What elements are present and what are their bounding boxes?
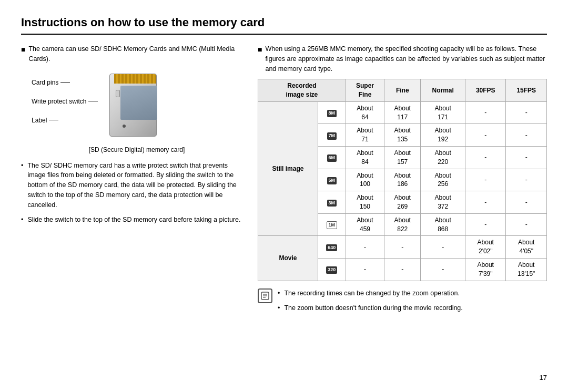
icon-8m: 8M [318, 101, 346, 124]
label-label: Label [32, 117, 99, 124]
cell-8m-n: About171 [421, 101, 465, 124]
cell-3m-f: About269 [384, 191, 421, 214]
icon-5m: 5M [318, 169, 346, 191]
note-icon [258, 288, 272, 303]
cell-8m-30: - [465, 101, 506, 124]
bullet-symbol-1: ■ [21, 44, 25, 64]
note-dot-1: • [278, 288, 280, 298]
page-title: Instructions on how to use the memory ca… [21, 16, 547, 35]
capacity-table: Recordedimage size SuperFine Fine Normal… [258, 79, 547, 281]
connector-line-3 [49, 120, 58, 120]
dot-bullet-list: • The SD/ SDHC memory card has a write p… [21, 161, 242, 225]
capacity-table-wrapper: Recordedimage size SuperFine Fine Normal… [258, 79, 547, 281]
note-box: • The recording times can be changed by … [258, 288, 547, 319]
cell-1m-n: About868 [421, 213, 465, 236]
icon-3m: 3M [318, 191, 346, 214]
cell-8m-f: About117 [384, 101, 421, 124]
cell-6m-f: About157 [384, 147, 421, 169]
cell-6m-n: About220 [421, 147, 465, 169]
cell-320-30: About7'39" [465, 259, 506, 281]
dot-bullet-3: • Slide the switch to the top of the SD … [21, 215, 242, 225]
sd-caption: [SD (Secure Digital) memory card] [32, 146, 242, 153]
left-column: ■ The camera can use SD/ SDHC Memory Car… [21, 44, 242, 318]
cell-640-sf: - [346, 236, 384, 259]
cell-320-sf: - [346, 259, 384, 281]
cell-640-30: About2'02" [465, 236, 506, 259]
header-super-fine: SuperFine [346, 79, 384, 102]
badge-8m: 8M [327, 110, 337, 117]
cell-3m-30: - [465, 191, 506, 214]
cell-3m-n: About372 [421, 191, 465, 214]
badge-5m: 5M [327, 177, 337, 184]
still-image-label: Still image [258, 101, 318, 236]
header-30fps: 30FPS [465, 79, 506, 102]
cell-5m-sf: About100 [346, 169, 384, 191]
cell-320-n: - [421, 259, 465, 281]
label-pins: Card pins [32, 79, 99, 86]
cell-7m-30: - [465, 124, 506, 147]
cell-7m-15: - [506, 124, 547, 147]
dot-text-2: The SD/ SDHC memory card has a write pro… [27, 161, 242, 210]
movie-label: Movie [258, 236, 318, 281]
sd-card-label-area [120, 86, 157, 120]
icon-1m: 1M [318, 213, 346, 236]
cell-6m-15: - [506, 147, 547, 169]
page-number: 17 [540, 374, 547, 381]
badge-7m: 7M [327, 132, 337, 140]
badge-640: 640 [326, 244, 337, 252]
badge-3m: 3M [327, 200, 337, 207]
header-15fps: 15FPS [506, 79, 547, 102]
note-bullet-1: • The recording times can be changed by … [278, 288, 463, 298]
connector-line-2 [88, 101, 98, 101]
header-normal: Normal [421, 79, 465, 102]
table-row: Still image 8M About64 About117 About171… [258, 101, 547, 124]
cell-3m-15: - [506, 191, 547, 214]
badge-6m: 6M [327, 154, 337, 162]
cell-5m-15: - [506, 169, 547, 191]
sd-diagram: Card pins Write protect switch Label [32, 74, 242, 142]
cell-7m-sf: About71 [346, 124, 384, 147]
label-switch: Write protect switch [32, 98, 99, 105]
sd-card-body [109, 74, 157, 137]
sd-card-switch [116, 90, 120, 97]
label-label-text: Label [32, 117, 47, 124]
icon-320: 320 [318, 259, 346, 281]
cell-1m-15: - [506, 213, 547, 236]
dot-bullet-2: • The SD/ SDHC memory card has a write p… [21, 161, 242, 210]
cell-640-15: About4'05" [506, 236, 547, 259]
icon-640: 640 [318, 236, 346, 259]
cell-640-n: - [421, 236, 465, 259]
note-content: • The recording times can be changed by … [278, 288, 463, 319]
header-recorded: Recordedimage size [258, 79, 346, 102]
cell-1m-sf: About459 [346, 213, 384, 236]
cell-5m-n: About256 [421, 169, 465, 191]
icon-7m: 7M [318, 124, 346, 147]
note-text-2: The zoom button doesn't function during … [284, 303, 462, 313]
bullet-text-1: The camera can use SD/ SDHC Memory Cards… [28, 44, 242, 64]
cell-1m-30: - [465, 213, 506, 236]
badge-1m: 1M [327, 221, 338, 230]
right-intro-text: When using a 256MB MMC memory, the speci… [265, 44, 547, 74]
cell-320-f: - [384, 259, 421, 281]
dot-sym-3: • [21, 215, 23, 225]
cell-6m-sf: About84 [346, 147, 384, 169]
dot-sym-2: • [21, 161, 23, 210]
label-pins-text: Card pins [32, 79, 58, 86]
cell-6m-30: - [465, 147, 506, 169]
cell-1m-f: About822 [384, 213, 421, 236]
sd-card-dot [123, 125, 126, 128]
sd-card-pins [114, 74, 156, 84]
table-header-row: Recordedimage size SuperFine Fine Normal… [258, 79, 547, 102]
right-bullet-sym: ■ [258, 44, 262, 74]
right-column: ■ When using a 256MB MMC memory, the spe… [258, 44, 547, 318]
cell-8m-15: - [506, 101, 547, 124]
note-dot-2: • [278, 303, 280, 313]
note-text-1: The recording times can be changed by th… [284, 288, 460, 298]
sd-card-illustration [104, 74, 162, 142]
cell-8m-sf: About64 [346, 101, 384, 124]
sd-labels: Card pins Write protect switch Label [32, 74, 99, 124]
table-row: Movie 640 - - - About2'02" About4'05" [258, 236, 547, 259]
cell-3m-sf: About150 [346, 191, 384, 214]
cell-5m-f: About186 [384, 169, 421, 191]
label-switch-text: Write protect switch [32, 98, 86, 105]
